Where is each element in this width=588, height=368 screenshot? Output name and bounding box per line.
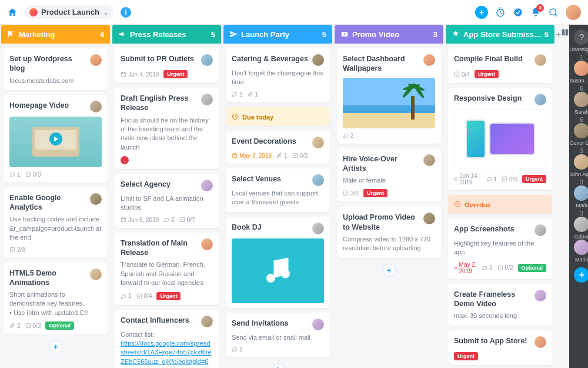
- member-task-count: 6: [580, 117, 584, 123]
- due-date: May 2, 2019: [454, 261, 477, 274]
- header-left: Product Launch ⌄ i: [7, 5, 131, 19]
- card-title: Translation of Main Release: [121, 238, 198, 258]
- column-body: Compile Final Build0/4UrgentResponsive D…: [446, 44, 554, 368]
- task-card[interactable]: Send InvitationsSend via email or snail …: [226, 313, 330, 357]
- task-card[interactable]: Select VenuesLocal venues that can suppo…: [226, 168, 330, 212]
- assignee-avatar[interactable]: [423, 154, 435, 166]
- checklist-progress: 0/4: [136, 293, 152, 299]
- assignee-avatar[interactable]: [534, 224, 546, 236]
- card-title: Select Venues: [232, 174, 309, 184]
- column-header[interactable]: Launch Party5: [223, 25, 332, 44]
- assignee-avatar[interactable]: [90, 54, 102, 66]
- card-title: Submit to PR Outlets: [121, 54, 198, 64]
- banner-label: Due today: [242, 114, 273, 121]
- timer-icon[interactable]: [495, 7, 506, 18]
- assignee-avatar[interactable]: [90, 268, 102, 280]
- task-card[interactable]: Responsive DesignJun 14, 201910/3Urgent: [448, 88, 552, 190]
- search-icon[interactable]: [548, 7, 559, 18]
- add-card-button[interactable]: +: [383, 264, 396, 277]
- view-toggle-icon[interactable]: [561, 25, 569, 368]
- assignee-avatar[interactable]: [534, 336, 546, 348]
- svg-point-1: [514, 8, 522, 16]
- task-card[interactable]: Event DecorationsMay 3, 201910/2: [226, 131, 330, 164]
- assignee-avatar[interactable]: [423, 54, 435, 66]
- checklist-progress: 0/3: [502, 176, 517, 183]
- sidebar-member[interactable]: Conor L…3: [569, 123, 588, 154]
- bell-icon[interactable]: 3: [530, 7, 541, 18]
- column-header[interactable]: Promo Video3: [335, 25, 443, 44]
- add-member-button[interactable]: +: [574, 267, 588, 283]
- card-link[interactable]: https://docs.google.com/spreadsheets/d/1…: [121, 340, 212, 365]
- task-card[interactable]: Book DJ: [226, 217, 330, 308]
- sidebar-member[interactable]: ?Unassig…1: [569, 29, 588, 61]
- assignee-avatar[interactable]: [534, 54, 546, 66]
- assignee-avatar[interactable]: [201, 180, 213, 191]
- project-selector[interactable]: Product Launch ⌄: [25, 5, 113, 19]
- add-column-button[interactable]: +: [556, 25, 561, 368]
- board: Marketing4Set up Wordpress blogfocus.mei…: [0, 25, 588, 368]
- task-card[interactable]: Enable Google AnalyticsUse tracking code…: [4, 187, 108, 258]
- assignee-avatar[interactable]: [201, 54, 213, 66]
- task-card[interactable]: App ScreenshotsHighlight key features of…: [448, 218, 552, 279]
- task-card[interactable]: Submit to App Store!Urgent: [448, 330, 552, 365]
- info-icon[interactable]: i: [121, 7, 131, 18]
- column-body: Select Dashboard Wallpapers2Hire Voice-O…: [335, 44, 443, 368]
- task-card[interactable]: Catering & BeveragesDon't forget the cha…: [226, 48, 330, 102]
- assignee-avatar[interactable]: [423, 213, 435, 224]
- task-card[interactable]: Compile Final Build0/4Urgent: [448, 48, 552, 83]
- task-card[interactable]: Create Frameless Demo Videomax. 30 secon…: [448, 284, 552, 326]
- task-card[interactable]: Contact InfluencersContact list:https://…: [115, 310, 219, 368]
- sidebar-member[interactable]: John Ap…3: [569, 154, 588, 185]
- task-card[interactable]: Translation of Main ReleaseTranslate to …: [115, 233, 219, 305]
- user-avatar[interactable]: [566, 5, 581, 20]
- column-header[interactable]: Marketing4: [1, 25, 110, 44]
- card-title: Set up Wordpress blog: [9, 54, 86, 74]
- comment-count: 1: [232, 346, 243, 353]
- column-count: 4: [100, 30, 104, 39]
- task-card[interactable]: HTML5 Demo AnimationsShort animations to…: [4, 263, 108, 335]
- member-avatar: [574, 240, 588, 255]
- assignee-avatar[interactable]: [312, 223, 324, 234]
- assignee-avatar[interactable]: [201, 238, 213, 250]
- task-card[interactable]: Select AgencyLimit to SF and LA animatio…: [115, 174, 219, 228]
- sidebar-member[interactable]: Gábor: [569, 217, 588, 240]
- column-title: Marketing: [19, 30, 55, 39]
- column-header[interactable]: App Store Submiss…5: [446, 25, 554, 44]
- svg-rect-25: [566, 29, 569, 36]
- assignee-avatar[interactable]: [201, 316, 213, 327]
- home-icon[interactable]: [7, 7, 18, 18]
- task-card[interactable]: Draft English Press ReleaseFocus should …: [115, 88, 219, 169]
- sidebar-member[interactable]: Susan K…6: [569, 61, 588, 92]
- assignee-avatar[interactable]: [312, 54, 324, 66]
- assignee-avatar[interactable]: [312, 137, 324, 148]
- task-card[interactable]: Hire Voice-Over ArtistsMale or female3/6…: [337, 148, 441, 203]
- task-card[interactable]: Homepage Video10/3: [4, 95, 108, 183]
- assignee-avatar[interactable]: [90, 193, 102, 205]
- sidebar-member[interactable]: Mark3: [569, 185, 588, 217]
- assignee-avatar[interactable]: [201, 94, 213, 105]
- add-button[interactable]: +: [475, 6, 488, 19]
- assignee-avatar[interactable]: [534, 94, 546, 105]
- assignee-avatar[interactable]: [312, 174, 324, 186]
- task-card[interactable]: Select Dashboard Wallpapers2: [337, 48, 441, 144]
- task-card[interactable]: Upload Promo Video to WebsiteCompress vi…: [337, 207, 441, 257]
- assignee-avatar[interactable]: [90, 101, 102, 112]
- check-circle-icon[interactable]: [513, 7, 523, 18]
- add-card-button[interactable]: +: [272, 363, 285, 368]
- task-card[interactable]: Submit to PR OutletsJun 4, 2019Urgent: [115, 48, 219, 83]
- sidebar-member[interactable]: Mario: [569, 240, 588, 263]
- card-title: HTML5 Demo Animations: [9, 268, 86, 288]
- assignee-avatar[interactable]: [534, 290, 546, 301]
- clock-icon: [454, 201, 461, 209]
- sidebar-member[interactable]: Sarah6: [569, 92, 588, 123]
- assignee-avatar[interactable]: [312, 319, 324, 330]
- tag-urgent: Urgent: [475, 70, 499, 78]
- card-description: Limit to SF and LA animation studios: [121, 194, 213, 213]
- svg-rect-9: [180, 218, 185, 223]
- column-header[interactable]: Press Releases5: [112, 25, 221, 44]
- card-title: Event Decorations: [232, 137, 309, 146]
- column-press-releases: Press Releases5Submit to PR OutletsJun 4…: [112, 25, 221, 368]
- add-card-button[interactable]: +: [49, 340, 62, 353]
- task-card[interactable]: Set up Wordpress blogfocus.meisterlabs.c…: [4, 48, 108, 90]
- card-footer: 3/6Urgent: [343, 189, 435, 197]
